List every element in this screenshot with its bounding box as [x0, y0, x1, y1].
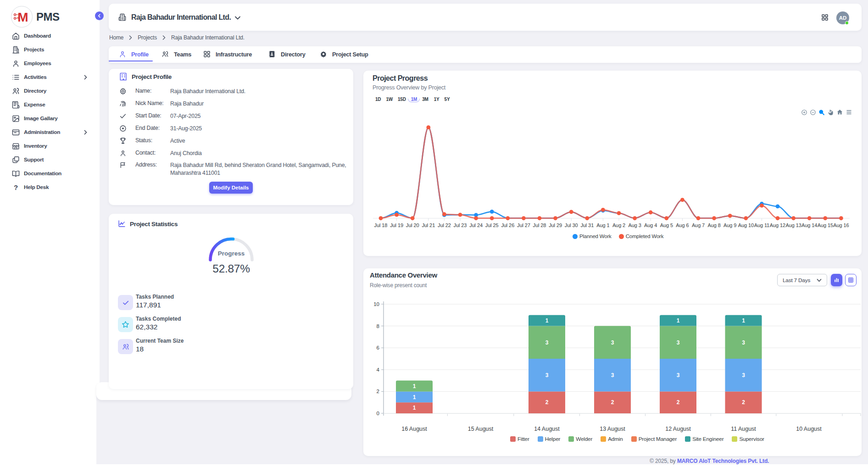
svg-text:2: 2 [677, 399, 680, 406]
svg-text:2: 2 [377, 389, 379, 394]
svg-text:1: 1 [545, 317, 549, 324]
svg-text:3: 3 [677, 372, 680, 378]
svg-text:1: 1 [413, 405, 416, 411]
svg-text:8: 8 [377, 323, 379, 329]
svg-text:2: 2 [742, 399, 745, 406]
svg-text:1: 1 [413, 383, 416, 389]
svg-text:3: 3 [742, 339, 745, 346]
svg-text:1: 1 [677, 317, 680, 324]
svg-text:2: 2 [545, 399, 549, 406]
svg-text:2: 2 [611, 399, 614, 406]
svg-text:12 August: 12 August [665, 426, 691, 432]
svg-text:16 August: 16 August [401, 426, 427, 432]
svg-text:1: 1 [742, 317, 745, 324]
svg-text:15 August: 15 August [468, 426, 494, 432]
svg-text:14 August: 14 August [534, 426, 560, 432]
svg-text:6: 6 [377, 345, 379, 350]
svg-text:10 August: 10 August [796, 426, 822, 432]
svg-text:1: 1 [413, 394, 416, 400]
svg-text:0: 0 [377, 411, 379, 416]
svg-text:3: 3 [611, 372, 614, 378]
svg-text:3: 3 [611, 339, 614, 346]
svg-text:11 August: 11 August [731, 426, 756, 432]
svg-text:4: 4 [377, 367, 380, 372]
svg-text:3: 3 [545, 339, 549, 346]
svg-text:3: 3 [545, 372, 549, 378]
svg-text:3: 3 [742, 372, 745, 378]
svg-text:13 August: 13 August [600, 426, 625, 432]
svg-text:3: 3 [677, 339, 680, 346]
svg-text:10: 10 [373, 301, 379, 307]
